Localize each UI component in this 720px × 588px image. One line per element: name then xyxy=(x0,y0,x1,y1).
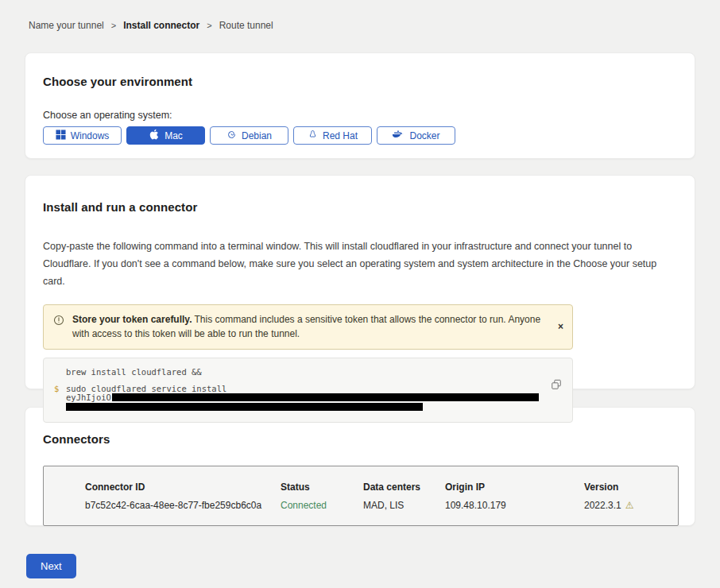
warning-text: Store your token carefully.This command … xyxy=(72,312,548,342)
table-header-row: Connector ID Status Data centers Origin … xyxy=(44,466,678,493)
connector-id-cell: b7c52c42-6caa-48ee-8c77-fbe259cb6c0a xyxy=(85,500,281,511)
breadcrumb-item[interactable]: Route tunnel xyxy=(219,20,273,31)
token-prefix-text: eyJhIjoiO xyxy=(66,393,111,402)
windows-logo-icon xyxy=(56,130,66,142)
breadcrumb: Name your tunnel > Install connector > R… xyxy=(0,0,720,31)
copy-command-button[interactable] xyxy=(551,379,562,393)
warning-close-button[interactable]: × xyxy=(558,321,563,332)
install-description: Copy-paste the following command into a … xyxy=(43,238,675,291)
os-button-group: Windows Mac Debian xyxy=(43,126,677,145)
code-line-token: eyJhIjoiO xyxy=(44,393,572,402)
column-header-data-centers: Data centers xyxy=(363,482,445,493)
version-warning-icon: ⚠ xyxy=(625,500,634,511)
data-centers-cell: MAD, LIS xyxy=(363,500,445,511)
column-header-status: Status xyxy=(281,482,363,493)
shell-prompt: $ xyxy=(54,385,59,393)
version-value: 2022.3.1 xyxy=(584,500,621,511)
version-cell: 2022.3.1 ⚠ xyxy=(584,500,678,511)
code-line-token-continued xyxy=(66,403,572,412)
breadcrumb-item[interactable]: Name your tunnel xyxy=(29,20,104,31)
code-line-sudo: $ sudo cloudflared service install xyxy=(44,385,572,393)
next-button[interactable]: Next xyxy=(26,554,76,578)
redacted-token-bar xyxy=(66,403,423,411)
breadcrumb-separator: > xyxy=(207,21,211,30)
debian-logo-icon xyxy=(226,130,237,142)
os-button-docker[interactable]: Docker xyxy=(377,126,455,145)
redacted-token-bar xyxy=(112,393,539,401)
footer: Next xyxy=(26,554,720,578)
os-button-label: Windows xyxy=(71,130,110,141)
redhat-logo-icon xyxy=(308,130,318,142)
breadcrumb-separator: > xyxy=(111,21,116,30)
connectors-card: Connectors Connector ID Status Data cent… xyxy=(25,407,695,526)
choose-environment-card: Choose your environment Choose an operat… xyxy=(25,52,695,159)
os-button-label: Red Hat xyxy=(323,130,358,141)
docker-logo-icon xyxy=(392,130,405,142)
code-line-brew: brew install cloudflared && xyxy=(44,368,572,377)
install-command-block: brew install cloudflared && $ sudo cloud… xyxy=(43,358,573,423)
install-card-title: Install and run a connector xyxy=(43,200,677,214)
environment-card-title: Choose your environment xyxy=(43,75,677,88)
origin-ip-cell: 109.48.10.179 xyxy=(445,500,584,511)
os-button-debian[interactable]: Debian xyxy=(210,126,288,145)
install-connector-card: Install and run a connector Copy-paste t… xyxy=(25,175,695,389)
column-header-version: Version xyxy=(584,482,678,493)
copy-icon xyxy=(551,381,562,393)
os-button-mac[interactable]: Mac xyxy=(126,126,205,145)
os-button-windows[interactable]: Windows xyxy=(43,126,122,145)
status-badge: Connected xyxy=(281,500,363,511)
os-button-redhat[interactable]: Red Hat xyxy=(293,126,372,145)
warning-title: Store your token carefully. xyxy=(72,314,192,325)
os-select-label: Choose an operating system: xyxy=(43,110,677,121)
connectors-table: Connector ID Status Data centers Origin … xyxy=(43,466,679,526)
breadcrumb-item[interactable]: Install connector xyxy=(123,20,199,31)
os-button-label: Docker xyxy=(409,130,439,141)
table-row: b7c52c42-6caa-48ee-8c77-fbe259cb6c0a Con… xyxy=(44,493,678,525)
code-text: brew install cloudflared && xyxy=(66,367,202,377)
token-warning-banner: Store your token carefully.This command … xyxy=(43,304,573,350)
column-header-connector-id: Connector ID xyxy=(85,482,281,493)
connectors-card-title: Connectors xyxy=(43,432,677,446)
column-header-origin-ip: Origin IP xyxy=(445,482,584,493)
alert-circle-icon xyxy=(53,315,64,331)
os-button-label: Mac xyxy=(165,130,183,141)
apple-logo-icon xyxy=(149,129,160,142)
os-button-label: Debian xyxy=(242,130,272,141)
